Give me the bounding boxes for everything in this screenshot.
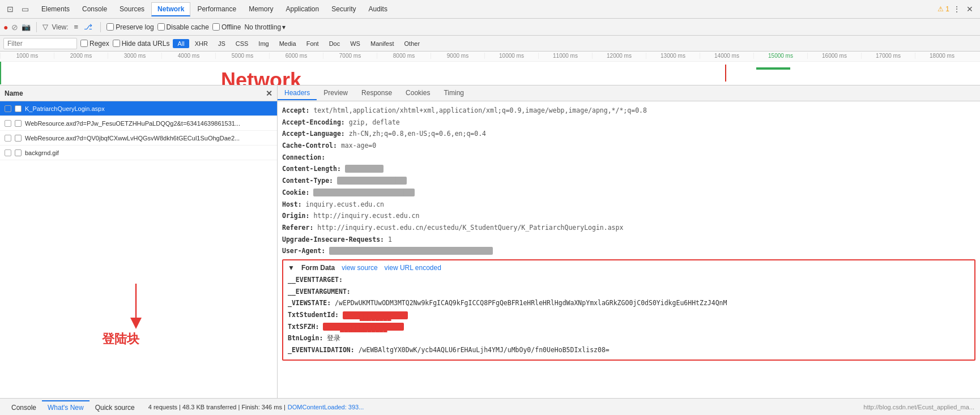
tab-security[interactable]: Security xyxy=(326,3,361,15)
bottom-tabs: Console What's New Quick source xyxy=(6,400,140,414)
tab-memory[interactable]: Memory xyxy=(243,3,279,15)
request-item-2[interactable]: WebResource.axd?d=QV0jbqfCXwwLvHQGsvW8dk… xyxy=(0,131,277,146)
filter-tab-all[interactable]: All xyxy=(173,39,189,48)
tab-audits[interactable]: Audits xyxy=(363,3,393,15)
item-checkbox-2 xyxy=(5,135,11,142)
list-view-icon[interactable]: ≡ xyxy=(72,22,81,32)
tab-performance[interactable]: Performance xyxy=(191,3,242,15)
sfzh-redacted: ████████████ xyxy=(323,323,404,331)
tick-13: 14000 ms xyxy=(700,53,753,59)
request-name-2: WebResource.axd?d=QV0jbqfCXwwLvHQGsvW8dk… xyxy=(25,135,272,142)
record-button[interactable]: ● xyxy=(3,23,8,32)
filter-tab-js[interactable]: JS xyxy=(214,39,230,48)
detail-tab-response[interactable]: Response xyxy=(355,87,399,100)
detail-tab-timing[interactable]: Timing xyxy=(437,87,471,100)
more-options-icon[interactable]: ⋮ xyxy=(951,3,963,15)
view-url-encoded-link[interactable]: view URL encoded xyxy=(385,264,441,272)
bottom-tab-whatsnew[interactable]: What's New xyxy=(42,400,90,414)
dom-content-loaded-link[interactable]: DOMContentLoaded: 393... xyxy=(288,404,364,410)
filter-tab-font[interactable]: Font xyxy=(302,39,323,48)
form-field-eventargument: __EVENTARGUMENT: xyxy=(288,286,970,298)
header-accept-encoding: Accept-Encoding: gzip, deflate xyxy=(282,117,975,129)
detail-tab-preview[interactable]: Preview xyxy=(317,87,355,100)
tick-6: 7000 ms xyxy=(323,53,377,59)
view-label: View: xyxy=(52,23,68,31)
request-name-1: WebResource.axd?d=PJw_FesuOETZHHuPaLDQQg… xyxy=(25,120,272,127)
close-panel-button[interactable]: ✕ xyxy=(266,89,272,98)
tick-8: 9000 ms xyxy=(431,53,484,59)
device-icon[interactable]: ▭ xyxy=(19,3,31,15)
request-item-0[interactable]: K_PatriarchQueryLogin.aspx xyxy=(0,101,277,116)
offline-checkbox[interactable]: Offline xyxy=(212,23,241,31)
separator-2 xyxy=(100,22,101,32)
tick-9: 10000 ms xyxy=(484,53,538,59)
form-field-viewstate: _VIEWSTATE: /wEPDwUKMTUwODM3MTQ2Nw9kFgIC… xyxy=(288,297,970,309)
request-item-1[interactable]: WebResource.axd?d=PJw_FesuOETZHHuPaLDQQg… xyxy=(0,116,277,131)
bottom-tab-quicksource[interactable]: Quick source xyxy=(90,400,140,414)
tab-console[interactable]: Console xyxy=(76,3,113,15)
request-name-0: K_PatriarchQueryLogin.aspx xyxy=(25,105,272,112)
timeline-scale: 1000 ms 2000 ms 3000 ms 4000 ms 5000 ms … xyxy=(0,52,980,62)
tick-10: 11000 ms xyxy=(538,53,592,59)
filter-icon[interactable]: ▽ xyxy=(42,23,48,31)
tab-network[interactable]: Network xyxy=(151,2,190,16)
detail-tab-bar: Headers Preview Response Cookies Timing xyxy=(278,85,980,101)
bottom-tab-console[interactable]: Console xyxy=(6,400,42,414)
stats-text: 4 requests | 48.3 KB transferred | Finis… xyxy=(148,404,286,410)
form-field-btnlogin: BtnLogin: 登录 xyxy=(288,332,970,344)
tab-elements[interactable]: Elements xyxy=(36,3,75,15)
request-item-3[interactable]: backgrnd.gif xyxy=(0,146,277,160)
header-content-type: Content-Type: ████████████ xyxy=(282,175,975,187)
header-host: Host: inquiry.ecust.edu.cn xyxy=(282,199,975,211)
item-checkbox-1 xyxy=(5,120,11,127)
filter-tab-manifest[interactable]: Manifest xyxy=(366,39,399,48)
tab-application[interactable]: Application xyxy=(280,3,325,15)
separator-1 xyxy=(36,22,37,32)
tick-16: 17000 ms xyxy=(861,53,915,59)
header-content-length: Content-Length: ████ xyxy=(282,163,975,175)
tick-4: 5000 ms xyxy=(215,53,269,59)
inspect-icon[interactable]: ⊡ xyxy=(5,3,16,15)
detail-tab-headers[interactable]: Headers xyxy=(278,87,317,100)
header-upgrade-insecure: Upgrade-Insecure-Requests: 1 xyxy=(282,234,975,246)
close-devtools-icon[interactable]: ✕ xyxy=(964,3,975,15)
item-type-icon-2 xyxy=(15,135,22,142)
tick-3: 4000 ms xyxy=(161,53,215,59)
tick-15: 16000 ms xyxy=(807,53,861,59)
form-data-triangle: ▼ xyxy=(288,264,295,272)
filter-tab-other[interactable]: Other xyxy=(400,39,425,48)
filter-tab-doc[interactable]: Doc xyxy=(325,39,345,48)
throttling-dropdown[interactable]: No throttling ▾ xyxy=(244,23,286,31)
header-user-agent: User-Agent: ████████████████████████████… xyxy=(282,245,975,257)
filter-tab-css[interactable]: CSS xyxy=(231,39,253,48)
filter-input[interactable] xyxy=(3,38,77,49)
preserve-log-checkbox[interactable]: Preserve log xyxy=(106,23,154,31)
item-type-icon-3 xyxy=(15,149,22,156)
main-area: Name ✕ K_PatriarchQueryLogin.aspx WebRes… xyxy=(0,85,980,398)
hide-data-urls-checkbox[interactable]: Hide data URLs xyxy=(113,40,170,48)
camera-button[interactable]: 📷 xyxy=(22,23,31,31)
regex-checkbox[interactable]: Regex xyxy=(80,40,109,48)
view-source-link[interactable]: view source xyxy=(342,264,377,272)
filter-tab-xhr[interactable]: XHR xyxy=(190,39,212,48)
detail-tab-cookies[interactable]: Cookies xyxy=(399,87,437,100)
filter-tab-media[interactable]: Media xyxy=(275,39,301,48)
tick-12: 13000 ms xyxy=(646,53,700,59)
disable-cache-checkbox[interactable]: Disable cache xyxy=(157,23,209,31)
filter-tab-ws[interactable]: WS xyxy=(346,39,365,48)
request-list-panel: Name ✕ K_PatriarchQueryLogin.aspx WebRes… xyxy=(0,85,278,398)
tab-sources[interactable]: Sources xyxy=(114,3,150,15)
timeline-chart xyxy=(0,62,980,84)
tree-view-icon[interactable]: ⎇ xyxy=(82,22,95,32)
tick-2: 3000 ms xyxy=(108,53,161,59)
stop-button[interactable]: ⊘ xyxy=(11,23,18,32)
network-toolbar: ● ⊘ 📷 ▽ View: ≡ ⎇ Preserve log Disable c… xyxy=(0,19,980,36)
header-accept-language: Accept-Language: zh-CN,zh;q=0.8,en-US;q=… xyxy=(282,128,975,140)
tick-11: 12000 ms xyxy=(592,53,646,59)
student-id-redacted: ████████ xyxy=(343,311,408,319)
item-type-icon-1 xyxy=(15,120,22,127)
item-checkbox-0 xyxy=(5,105,11,112)
form-data-label: Form Data xyxy=(301,264,335,272)
filter-tab-img[interactable]: Img xyxy=(254,39,273,48)
tick-5: 6000 ms xyxy=(269,53,323,59)
